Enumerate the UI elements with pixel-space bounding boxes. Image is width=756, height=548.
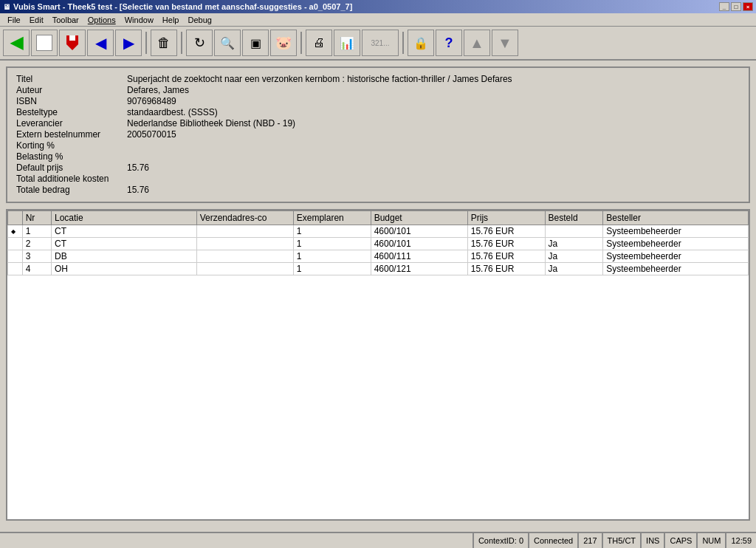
- info-row-additionele-kosten: Total additionele kosten: [16, 174, 740, 184]
- row-verzendadres: [196, 263, 293, 275]
- status-location: TH5/CT: [603, 533, 642, 548]
- info-row-bestelnummer: Extern bestelnummer 2005070015: [16, 129, 740, 140]
- title-bar: 🖥 Vubis Smart - Theek5 test - [Selectie …: [0, 0, 756, 13]
- separator-3: [300, 32, 302, 54]
- value-auteur: Defares, James: [127, 85, 189, 95]
- row-prijs: 15.76 EUR: [467, 263, 545, 275]
- label-isbn: ISBN: [16, 96, 127, 106]
- status-num: NUM: [698, 533, 726, 548]
- col-exemplaren: Exemplaren: [293, 211, 371, 225]
- value-isbn: 9076968489: [127, 96, 176, 106]
- info-row-titel: Titel Superjacht de zoektocht naar een v…: [16, 74, 740, 84]
- row-locatie: CT: [51, 225, 196, 238]
- col-besteld: Besteld: [545, 211, 603, 225]
- row-exemplaren: 1: [293, 238, 371, 250]
- table-row[interactable]: ◆ 1 CT 1 4600/101 15.76 EUR Systeembehee…: [8, 225, 749, 238]
- col-budget: Budget: [371, 211, 467, 225]
- menu-window[interactable]: Window: [120, 15, 158, 25]
- label-bestelnummer: Extern bestelnummer: [16, 129, 127, 140]
- main-content: Titel Superjacht de zoektocht naar een v…: [0, 61, 756, 532]
- info-row-besteltype: Besteltype standaardbest. (SSSS): [16, 107, 740, 117]
- row-besteller: Systeembeheerder: [603, 250, 749, 263]
- row-prijs: 15.76 EUR: [467, 225, 545, 238]
- row-nr: 3: [22, 250, 51, 263]
- nav-left-button[interactable]: ◀: [87, 30, 114, 56]
- row-indicator: [8, 250, 23, 263]
- info-panel: Titel Superjacht de zoektocht naar een v…: [6, 66, 750, 203]
- help-button[interactable]: ?: [436, 30, 462, 56]
- info-row-leverancier: Leverancier Nederlandse Bibliotheek Dien…: [16, 118, 740, 129]
- menu-toolbar[interactable]: Toolbar: [48, 15, 83, 25]
- row-locatie: DB: [51, 250, 196, 263]
- col-locatie: Locatie: [51, 211, 196, 225]
- lock-button[interactable]: 🔒: [408, 30, 434, 56]
- chart-button[interactable]: 📊: [334, 30, 360, 56]
- table-row[interactable]: 2 CT 1 4600/101 15.76 EUR Ja Systeembehe…: [8, 238, 749, 250]
- piggybank-button[interactable]: 🐷: [270, 30, 297, 56]
- value-bestelnummer: 2005070015: [127, 129, 176, 140]
- col-nr: Nr: [22, 211, 51, 225]
- row-indicator: [8, 263, 23, 275]
- go-back-button[interactable]: ◀: [3, 30, 30, 56]
- value-titel: Superjacht de zoektocht naar een verzonk…: [127, 74, 512, 84]
- counter-button[interactable]: 321...: [362, 30, 399, 56]
- row-budget: 4600/101: [371, 238, 467, 250]
- table-row[interactable]: 3 DB 1 4600/111 15.76 EUR Ja Systeembehe…: [8, 250, 749, 263]
- title-bar-controls[interactable]: _ □ ×: [719, 2, 753, 11]
- label-totale-bedrag: Totale bedrag: [16, 185, 127, 195]
- separator-1: [145, 32, 147, 54]
- svg-rect-2: [69, 35, 75, 41]
- menu-file[interactable]: File: [3, 15, 25, 25]
- status-context: ContextID: 0: [474, 533, 529, 548]
- separator-4: [402, 32, 404, 54]
- menu-debug[interactable]: Debug: [183, 15, 216, 25]
- label-belasting: Belasting %: [16, 151, 127, 162]
- minimize-btn[interactable]: _: [719, 2, 729, 11]
- menu-help[interactable]: Help: [158, 15, 184, 25]
- row-prijs: 15.76 EUR: [467, 238, 545, 250]
- status-time: 12:59: [726, 533, 756, 548]
- row-indicator: ◆: [8, 225, 23, 238]
- svg-marker-1: [66, 44, 78, 50]
- save-button[interactable]: [59, 30, 86, 56]
- nav-right-button[interactable]: ▶: [115, 30, 142, 56]
- label-titel: Titel: [16, 74, 127, 84]
- menu-options[interactable]: Options: [83, 15, 120, 25]
- app-icon: 🖥: [3, 3, 10, 11]
- row-verzendadres: [196, 238, 293, 250]
- table-row[interactable]: 4 OH 1 4600/121 15.76 EUR Ja Systeembehe…: [8, 263, 749, 275]
- status-empty: [0, 533, 474, 548]
- order-table: Nr Locatie Verzendadres-co Exemplaren Bu…: [6, 209, 750, 521]
- row-besteller: Systeembeheerder: [603, 238, 749, 250]
- separator-2: [181, 32, 182, 54]
- print-button[interactable]: 🖨: [306, 30, 332, 56]
- scroll-up-button[interactable]: ▲: [464, 30, 490, 56]
- label-auteur: Auteur: [16, 85, 127, 95]
- row-besteld: [545, 225, 603, 238]
- info-row-belasting: Belasting %: [16, 151, 740, 162]
- scroll-down-button[interactable]: ▼: [492, 30, 518, 56]
- label-default-prijs: Default prijs: [16, 162, 127, 173]
- value-totale-bedrag: 15.76: [127, 185, 149, 195]
- window-button[interactable]: ▣: [242, 30, 269, 56]
- close-btn[interactable]: ×: [743, 2, 753, 11]
- search-button[interactable]: 🔍: [214, 30, 241, 56]
- menu-edit[interactable]: Edit: [25, 15, 48, 25]
- row-locatie: CT: [51, 238, 196, 250]
- status-bar: ContextID: 0 Connected 217 TH5/CT INS CA…: [0, 532, 756, 548]
- refresh-button[interactable]: ↻: [186, 30, 213, 56]
- stop-button[interactable]: [31, 30, 58, 56]
- row-besteld: Ja: [545, 263, 603, 275]
- value-default-prijs: 15.76: [127, 162, 149, 173]
- row-budget: 4600/121: [371, 263, 467, 275]
- info-row-isbn: ISBN 9076968489: [16, 96, 740, 106]
- value-leverancier: Nederlandse Bibliotheek Dienst (NBD - 19…: [127, 118, 295, 129]
- maximize-btn[interactable]: □: [731, 2, 741, 11]
- row-locatie: OH: [51, 263, 196, 275]
- delete-button[interactable]: 🗑: [151, 30, 177, 56]
- info-row-korting: Korting %: [16, 140, 740, 151]
- row-verzendadres: [196, 250, 293, 263]
- row-besteld: Ja: [545, 250, 603, 263]
- info-row-default-prijs: Default prijs 15.76: [16, 162, 740, 173]
- row-budget: 4600/111: [371, 250, 467, 263]
